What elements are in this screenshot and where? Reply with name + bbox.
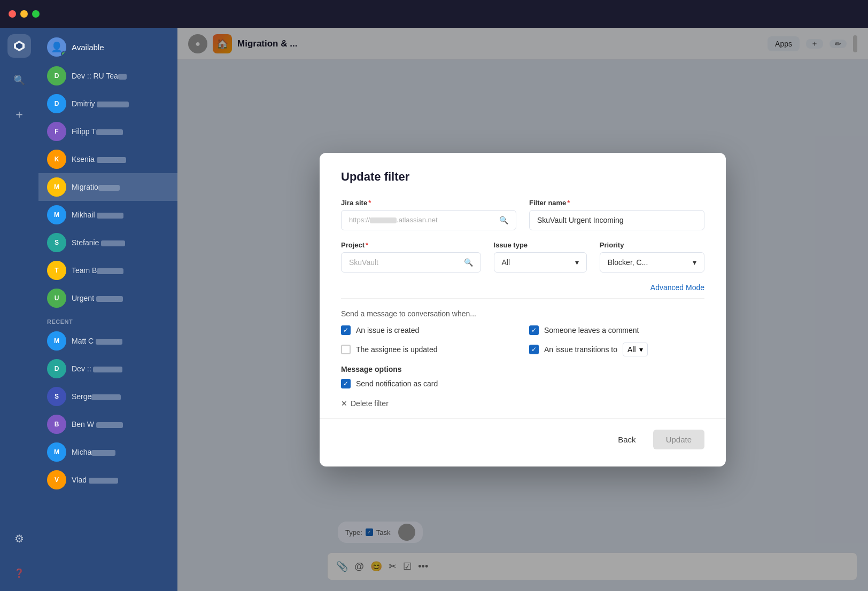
transition-to-select[interactable]: All ▾ <box>623 343 648 356</box>
project-label: Project* <box>341 241 481 249</box>
chevron-down-icon-3: ▾ <box>639 345 643 354</box>
search-icon[interactable]: 🔍 <box>7 68 31 92</box>
search-icon-2: 🔍 <box>464 258 473 267</box>
sidebar-item-dev-ru[interactable]: D Dev :: RU Tea <box>38 62 177 90</box>
issue-type-select[interactable]: All ▾ <box>494 252 587 273</box>
jira-site-group: Jira site* https://.atlassian.net 🔍 <box>341 199 516 230</box>
sidebar-item-label: Stefanie <box>72 238 169 247</box>
help-icon[interactable]: ❓ <box>7 561 31 585</box>
message-options-label: Message options <box>341 365 704 374</box>
channel-avatar: M <box>47 177 66 197</box>
checkbox-someone-comments[interactable]: ✓ Someone leaves a comment <box>529 325 704 335</box>
user-status[interactable]: 👤 Available <box>38 32 177 62</box>
sidebar-item-label: Ben W <box>72 420 169 429</box>
sidebar-item-vlad[interactable]: V Vlad <box>38 466 177 494</box>
channel-avatar: M <box>47 442 66 462</box>
close-button[interactable] <box>9 10 16 18</box>
priority-label: Priority <box>600 241 704 249</box>
title-bar <box>0 0 868 28</box>
trigger-section-label: Send a message to conversation when... <box>341 309 704 318</box>
channel-avatar: D <box>47 94 66 113</box>
issue-type-group: Issue type All ▾ <box>494 241 587 273</box>
sidebar-item-ben[interactable]: B Ben W <box>38 410 177 438</box>
modal-overlay: Update filter Jira site* https://.atlass… <box>177 28 868 591</box>
checkbox-icon-someone-comments[interactable]: ✓ <box>529 325 539 335</box>
sidebar-item-mikhail[interactable]: M Mikhail <box>38 201 177 229</box>
advanced-mode-link[interactable]: Advanced Mode <box>341 283 704 292</box>
checkbox-assignee-updated[interactable]: The assignee is updated <box>341 343 516 356</box>
update-button[interactable]: Update <box>653 430 704 449</box>
sidebar-item-dmitriy[interactable]: D Dmitriy <box>38 90 177 118</box>
checkbox-label-issue-transitions: An issue transitions to <box>544 345 617 354</box>
channel-avatar: D <box>47 66 66 85</box>
jira-site-label: Jira site* <box>341 199 516 207</box>
sidebar-item-label: Ksenia <box>72 155 169 164</box>
sidebar-item-label: Team B <box>72 266 169 275</box>
delete-filter-label: Delete filter <box>351 399 389 408</box>
project-group: Project* SkuVault 🔍 <box>341 241 481 273</box>
jira-site-input[interactable]: https://.atlassian.net 🔍 <box>341 210 516 230</box>
sidebar-item-label: Filipp T <box>72 127 169 136</box>
checkbox-icon-send-as-card[interactable]: ✓ <box>341 379 351 388</box>
project-input[interactable]: SkuVault 🔍 <box>341 252 481 273</box>
filter-name-label: Filter name* <box>529 199 704 207</box>
transition-to-value: All <box>627 345 636 354</box>
sidebar-item-label: Dev :: <box>72 364 169 373</box>
channel-avatar: U <box>47 289 66 308</box>
sidebar-item-filipp[interactable]: F Filipp T <box>38 118 177 145</box>
sidebar-item-label: Migratio <box>72 183 169 191</box>
channel-avatar: D <box>47 359 66 378</box>
chevron-down-icon-2: ▾ <box>693 258 696 267</box>
issue-type-label: Issue type <box>494 241 587 249</box>
channel-avatar: V <box>47 470 66 489</box>
checkbox-icon-issue-transitions[interactable]: ✓ <box>529 345 539 354</box>
sidebar-item-label: Vlad <box>72 476 169 484</box>
sidebar-item-ksenia[interactable]: K Ksenia <box>38 145 177 173</box>
user-avatar: 👤 <box>47 37 66 57</box>
sidebar-item-micha[interactable]: M Micha <box>38 438 177 466</box>
checkbox-issue-created[interactable]: ✓ An issue is created <box>341 325 516 335</box>
priority-group: Priority Blocker, C... ▾ <box>600 241 704 273</box>
filter-name-input[interactable]: SkuVault Urgent Incoming <box>529 210 704 230</box>
filter-name-group: Filter name* SkuVault Urgent Incoming <box>529 199 704 230</box>
priority-value: Blocker, C... <box>608 258 648 267</box>
modal-footer-divider <box>320 418 726 419</box>
sidebar: 👤 Available D Dev :: RU Tea D Dmitriy F … <box>38 28 177 591</box>
sidebar-item-migration[interactable]: M Migratio <box>38 173 177 201</box>
priority-select[interactable]: Blocker, C... ▾ <box>600 252 704 273</box>
maximize-button[interactable] <box>32 10 40 18</box>
sidebar-item-label: Micha <box>72 448 169 456</box>
checkbox-icon-issue-created[interactable]: ✓ <box>341 325 351 335</box>
trigger-checkboxes: ✓ An issue is created ✓ Someone leaves a… <box>341 325 704 356</box>
checkbox-issue-transitions[interactable]: ✓ An issue transitions to All ▾ <box>529 343 704 356</box>
modal-title: Update filter <box>341 170 704 184</box>
sidebar-item-stefanie[interactable]: S Stefanie <box>38 229 177 256</box>
checkbox-label-someone-comments: Someone leaves a comment <box>544 326 639 335</box>
compose-icon[interactable]: ＋ <box>7 103 31 126</box>
checkbox-icon-assignee-updated[interactable] <box>341 345 351 354</box>
settings-icon[interactable]: ⚙ <box>7 527 31 550</box>
channel-avatar: T <box>47 261 66 280</box>
delete-filter-button[interactable]: ✕ Delete filter <box>341 399 704 408</box>
sidebar-item-label: Serge <box>72 392 169 401</box>
sidebar-item-urgent[interactable]: U Urgent <box>38 284 177 312</box>
modal-actions: Back Update <box>341 430 704 449</box>
required-marker: * <box>368 199 371 207</box>
logo-icon[interactable] <box>7 34 31 58</box>
sidebar-item-label: Mikhail <box>72 211 169 219</box>
minimize-button[interactable] <box>20 10 28 18</box>
channel-avatar: M <box>47 205 66 224</box>
checkbox-label-assignee-updated: The assignee is updated <box>356 345 438 354</box>
project-value: SkuVault <box>349 258 378 267</box>
back-button[interactable]: Back <box>607 430 646 449</box>
sidebar-item-dev2[interactable]: D Dev :: <box>38 355 177 383</box>
checkbox-label-send-as-card: Send notification as card <box>356 379 438 388</box>
search-icon: 🔍 <box>499 216 508 224</box>
checkbox-send-as-card[interactable]: ✓ Send notification as card <box>341 379 704 388</box>
channel-avatar: M <box>47 331 66 351</box>
sidebar-item-team[interactable]: T Team B <box>38 256 177 284</box>
sidebar-item-matt[interactable]: M Matt C <box>38 327 177 355</box>
checkbox-label-issue-created: An issue is created <box>356 326 419 335</box>
channel-avatar: F <box>47 122 66 141</box>
sidebar-item-serge[interactable]: S Serge <box>38 383 177 410</box>
